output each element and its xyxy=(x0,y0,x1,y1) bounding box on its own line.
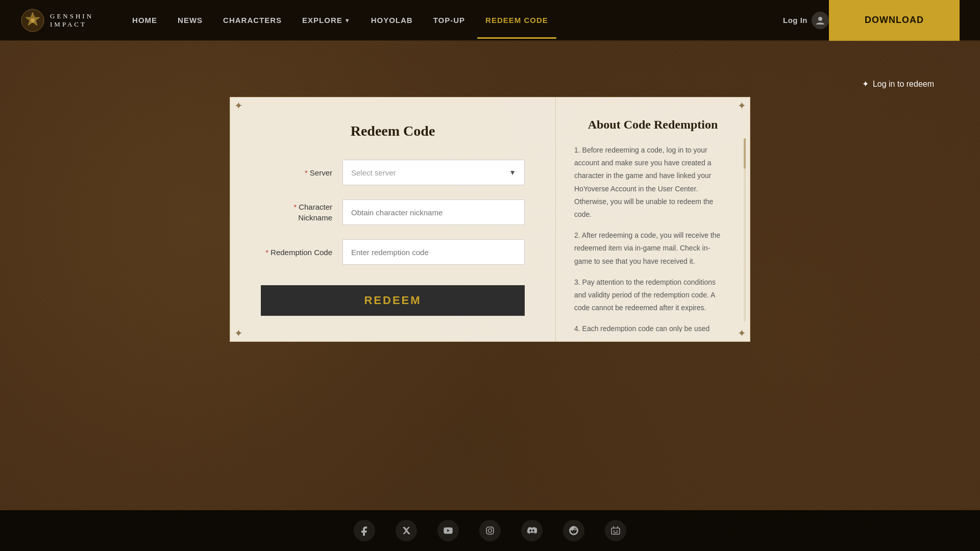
about-item-2: 2. After redeeming a code, you will rece… xyxy=(574,229,726,268)
facebook-icon[interactable] xyxy=(354,520,375,541)
server-field-group: *Server Select server ▼ xyxy=(261,160,525,185)
chevron-down-icon: ▼ xyxy=(509,168,516,177)
code-required-star: * xyxy=(265,248,268,257)
instagram-icon[interactable] xyxy=(479,520,501,541)
about-title: About Code Redemption xyxy=(574,118,731,132)
twitter-icon[interactable] xyxy=(396,520,417,541)
about-item-3: 3. Pay attention to the redemption condi… xyxy=(574,276,726,315)
brand-name: GENSHIN IMPACT xyxy=(50,12,93,28)
discord-icon[interactable] xyxy=(521,520,543,541)
nav-news[interactable]: NEWS xyxy=(169,2,211,39)
about-item-4: 4. Each redemption code can only be used… xyxy=(574,322,726,332)
redeem-panel: ✦ ✦ ✦ ✦ Redeem Code *Server Select serve… xyxy=(230,97,750,342)
redemption-code-input[interactable] xyxy=(342,239,525,265)
scrollbar[interactable] xyxy=(744,138,746,322)
character-field-group: *Character Nickname xyxy=(261,199,525,225)
nav-explore[interactable]: EXPLORE ▼ xyxy=(294,2,359,39)
reddit-icon[interactable] xyxy=(563,520,584,541)
user-avatar-icon xyxy=(812,12,829,29)
nav-characters[interactable]: CHARACTERS xyxy=(215,2,290,39)
server-placeholder: Select server xyxy=(351,168,396,177)
footer xyxy=(0,510,980,551)
nav-topup[interactable]: TOP-UP xyxy=(425,2,473,39)
character-nickname-input[interactable] xyxy=(342,199,525,225)
svg-rect-7 xyxy=(611,528,620,534)
corner-ornament-bl: ✦ xyxy=(232,327,244,339)
svg-point-8 xyxy=(614,531,615,532)
about-content[interactable]: 1. Before redeeming a code, log in to yo… xyxy=(574,144,731,332)
chevron-down-icon: ▼ xyxy=(345,17,351,23)
about-text: 1. Before redeeming a code, log in to yo… xyxy=(574,144,726,332)
svg-point-5 xyxy=(492,528,493,529)
character-required-star: * xyxy=(293,203,297,211)
nav-hoyolab[interactable]: HoYoLAB xyxy=(363,2,421,39)
svg-point-4 xyxy=(488,529,492,533)
download-button[interactable]: Download xyxy=(829,0,960,41)
nav-redeem-code[interactable]: REDEEM CODE xyxy=(477,2,556,39)
svg-point-9 xyxy=(617,531,618,532)
svg-point-1 xyxy=(31,18,35,22)
nav-links: HOME NEWS CHARACTERS EXPLORE ▼ HoYoLAB T… xyxy=(124,2,783,39)
login-to-redeem[interactable]: ✦ Log in to redeem xyxy=(862,79,934,89)
login-button[interactable]: Log In xyxy=(783,12,829,29)
form-title: Redeem Code xyxy=(261,123,525,139)
bilibili-icon[interactable] xyxy=(605,520,626,541)
star-icon: ✦ xyxy=(862,79,869,89)
nav-home[interactable]: HOME xyxy=(124,2,165,39)
navbar: GENSHIN IMPACT HOME NEWS CHARACTERS EXPL… xyxy=(0,0,980,41)
form-section: Redeem Code *Server Select server ▼ *Cha… xyxy=(230,97,556,341)
character-label: *Character Nickname xyxy=(261,202,332,223)
scroll-thumb xyxy=(744,138,746,169)
about-section: About Code Redemption 1. Before redeemin… xyxy=(556,97,750,332)
logo[interactable]: GENSHIN IMPACT xyxy=(20,8,93,33)
nav-right: Log In xyxy=(783,12,829,29)
about-item-1: 1. Before redeeming a code, log in to yo… xyxy=(574,144,726,221)
corner-ornament-tl: ✦ xyxy=(232,99,244,112)
server-label: *Server xyxy=(261,167,332,178)
redemption-code-label: *Redemption Code xyxy=(261,247,332,258)
server-select[interactable]: Select server ▼ xyxy=(342,160,525,185)
redeem-button[interactable]: Redeem xyxy=(261,285,525,316)
svg-point-2 xyxy=(818,17,822,21)
logo-icon xyxy=(20,8,45,33)
redemption-code-field-group: *Redemption Code xyxy=(261,239,525,265)
server-required-star: * xyxy=(305,168,308,177)
youtube-icon[interactable] xyxy=(437,520,459,541)
